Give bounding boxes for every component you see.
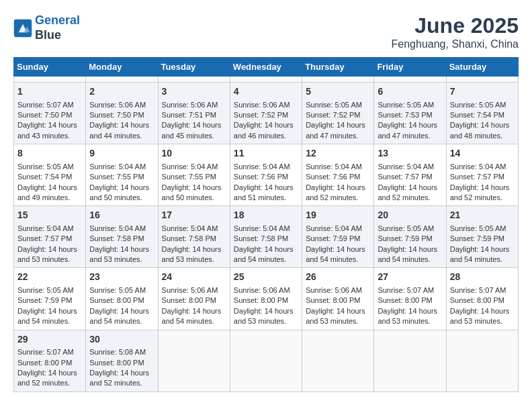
- calendar-cell: 9Sunrise: 5:04 AMSunset: 7:55 PMDaylight…: [86, 144, 158, 206]
- calendar-cell: 21Sunrise: 5:05 AMSunset: 7:59 PMDayligh…: [446, 206, 518, 268]
- sunset-label: Sunset: 7:54 PM: [17, 173, 72, 181]
- daylight-label: Daylight: 14 hours and 45 minutes.: [162, 121, 222, 139]
- daylight-label: Daylight: 14 hours and 53 minutes.: [89, 245, 149, 263]
- daylight-label: Daylight: 14 hours and 54 minutes.: [162, 307, 222, 325]
- sunrise-label: Sunrise: 5:04 AM: [162, 224, 218, 232]
- logo-line1: General: [35, 13, 80, 27]
- sunset-label: Sunset: 7:56 PM: [306, 173, 360, 181]
- day-number: 14: [450, 147, 515, 161]
- calendar-cell: 3Sunrise: 5:06 AMSunset: 7:51 PMDaylight…: [158, 83, 230, 144]
- calendar-cell: [302, 77, 374, 83]
- column-header-sunday: Sunday: [14, 58, 86, 77]
- sunrise-label: Sunrise: 5:05 AM: [378, 224, 434, 232]
- daylight-label: Daylight: 14 hours and 52 minutes.: [306, 183, 365, 201]
- sunrise-label: Sunrise: 5:05 AM: [17, 286, 74, 294]
- sunrise-label: Sunrise: 5:06 AM: [234, 286, 290, 294]
- daylight-label: Daylight: 14 hours and 53 minutes.: [378, 307, 437, 325]
- sunrise-label: Sunrise: 5:06 AM: [162, 101, 218, 109]
- daylight-label: Daylight: 14 hours and 43 minutes.: [17, 121, 77, 139]
- calendar-cell: 17Sunrise: 5:04 AMSunset: 7:58 PMDayligh…: [158, 206, 230, 268]
- title-block: June 2025 Fenghuang, Shanxi, China: [392, 13, 519, 50]
- sunrise-label: Sunrise: 5:04 AM: [17, 224, 74, 232]
- sunset-label: Sunset: 8:00 PM: [234, 296, 288, 304]
- calendar-cell: 8Sunrise: 5:05 AMSunset: 7:54 PMDaylight…: [14, 144, 86, 206]
- calendar-cell: 12Sunrise: 5:04 AMSunset: 7:56 PMDayligh…: [302, 144, 374, 206]
- daylight-label: Daylight: 14 hours and 48 minutes.: [450, 121, 510, 139]
- sunrise-label: Sunrise: 5:06 AM: [89, 101, 146, 109]
- calendar-cell: 1Sunrise: 5:07 AMSunset: 7:50 PMDaylight…: [14, 83, 86, 144]
- calendar-cell: [230, 330, 302, 392]
- daylight-label: Daylight: 14 hours and 54 minutes.: [306, 245, 365, 263]
- sunrise-label: Sunrise: 5:05 AM: [450, 101, 506, 109]
- sunset-label: Sunset: 7:59 PM: [378, 234, 432, 242]
- day-number: 22: [17, 271, 82, 284]
- calendar-cell: [374, 77, 446, 83]
- daylight-label: Daylight: 14 hours and 53 minutes.: [17, 245, 77, 263]
- sunset-label: Sunset: 7:58 PM: [234, 234, 288, 242]
- location: Fenghuang, Shanxi, China: [392, 38, 519, 50]
- sunrise-label: Sunrise: 5:04 AM: [162, 163, 218, 171]
- daylight-label: Daylight: 14 hours and 51 minutes.: [234, 183, 294, 201]
- sunset-label: Sunset: 7:59 PM: [306, 234, 360, 242]
- sunrise-label: Sunrise: 5:07 AM: [378, 286, 434, 294]
- sunset-label: Sunset: 7:52 PM: [234, 111, 288, 119]
- day-number: 24: [162, 271, 226, 284]
- day-number: 8: [17, 147, 82, 161]
- daylight-label: Daylight: 14 hours and 52 minutes.: [450, 183, 510, 201]
- sunrise-label: Sunrise: 5:07 AM: [17, 101, 74, 109]
- sunrise-label: Sunrise: 5:05 AM: [89, 286, 146, 294]
- column-header-friday: Friday: [374, 58, 446, 77]
- week-row-1: [14, 77, 519, 83]
- calendar-cell: 16Sunrise: 5:04 AMSunset: 7:58 PMDayligh…: [86, 206, 158, 268]
- sunrise-label: Sunrise: 5:04 AM: [89, 224, 146, 232]
- calendar-cell: 7Sunrise: 5:05 AMSunset: 7:54 PMDaylight…: [446, 83, 518, 144]
- calendar-table: SundayMondayTuesdayWednesdayThursdayFrid…: [13, 57, 519, 392]
- sunrise-label: Sunrise: 5:05 AM: [306, 101, 362, 109]
- sunrise-label: Sunrise: 5:06 AM: [234, 101, 290, 109]
- daylight-label: Daylight: 14 hours and 54 minutes.: [89, 307, 149, 325]
- sunrise-label: Sunrise: 5:06 AM: [162, 286, 218, 294]
- calendar-cell: 19Sunrise: 5:04 AMSunset: 7:59 PMDayligh…: [302, 206, 374, 268]
- sunset-label: Sunset: 7:57 PM: [450, 173, 504, 181]
- calendar-cell: 6Sunrise: 5:05 AMSunset: 7:53 PMDaylight…: [374, 83, 446, 144]
- day-number: 12: [306, 147, 370, 161]
- day-number: 4: [234, 85, 298, 99]
- daylight-label: Daylight: 14 hours and 49 minutes.: [17, 183, 77, 201]
- calendar-cell: 22Sunrise: 5:05 AMSunset: 7:59 PMDayligh…: [14, 268, 86, 330]
- sunrise-label: Sunrise: 5:05 AM: [17, 163, 74, 171]
- day-number: 29: [17, 333, 82, 347]
- sunset-label: Sunset: 7:51 PM: [162, 111, 216, 119]
- sunset-label: Sunset: 7:56 PM: [234, 173, 288, 181]
- day-number: 13: [378, 147, 442, 161]
- daylight-label: Daylight: 14 hours and 44 minutes.: [89, 121, 149, 139]
- daylight-label: Daylight: 14 hours and 53 minutes.: [306, 307, 365, 325]
- column-header-thursday: Thursday: [302, 58, 374, 77]
- calendar-cell: [374, 330, 446, 392]
- day-number: 21: [450, 209, 515, 222]
- sunset-label: Sunset: 8:00 PM: [450, 296, 504, 304]
- week-row-6: 29Sunrise: 5:07 AMSunset: 8:00 PMDayligh…: [14, 330, 519, 392]
- sunset-label: Sunset: 8:00 PM: [306, 296, 360, 304]
- sunset-label: Sunset: 7:58 PM: [89, 234, 144, 242]
- daylight-label: Daylight: 14 hours and 46 minutes.: [234, 121, 294, 139]
- sunset-label: Sunset: 7:58 PM: [162, 234, 216, 242]
- calendar-cell: 20Sunrise: 5:05 AMSunset: 7:59 PMDayligh…: [374, 206, 446, 268]
- sunrise-label: Sunrise: 5:04 AM: [378, 163, 434, 171]
- week-row-2: 1Sunrise: 5:07 AMSunset: 7:50 PMDaylight…: [14, 83, 519, 144]
- calendar-cell: 4Sunrise: 5:06 AMSunset: 7:52 PMDaylight…: [230, 83, 302, 144]
- daylight-label: Daylight: 14 hours and 53 minutes.: [162, 245, 222, 263]
- day-number: 11: [234, 147, 298, 161]
- week-row-5: 22Sunrise: 5:05 AMSunset: 7:59 PMDayligh…: [14, 268, 519, 330]
- daylight-label: Daylight: 14 hours and 52 minutes.: [378, 183, 437, 201]
- column-header-monday: Monday: [86, 58, 158, 77]
- sunset-label: Sunset: 8:00 PM: [378, 296, 432, 304]
- day-number: 17: [162, 209, 226, 222]
- calendar-cell: [302, 330, 374, 392]
- calendar-cell: 18Sunrise: 5:04 AMSunset: 7:58 PMDayligh…: [230, 206, 302, 268]
- day-number: 23: [89, 271, 154, 284]
- daylight-label: Daylight: 14 hours and 53 minutes.: [234, 307, 294, 325]
- sunset-label: Sunset: 7:59 PM: [17, 296, 72, 304]
- calendar-cell: [158, 330, 230, 392]
- calendar-cell: 24Sunrise: 5:06 AMSunset: 8:00 PMDayligh…: [158, 268, 230, 330]
- day-number: 26: [306, 271, 370, 284]
